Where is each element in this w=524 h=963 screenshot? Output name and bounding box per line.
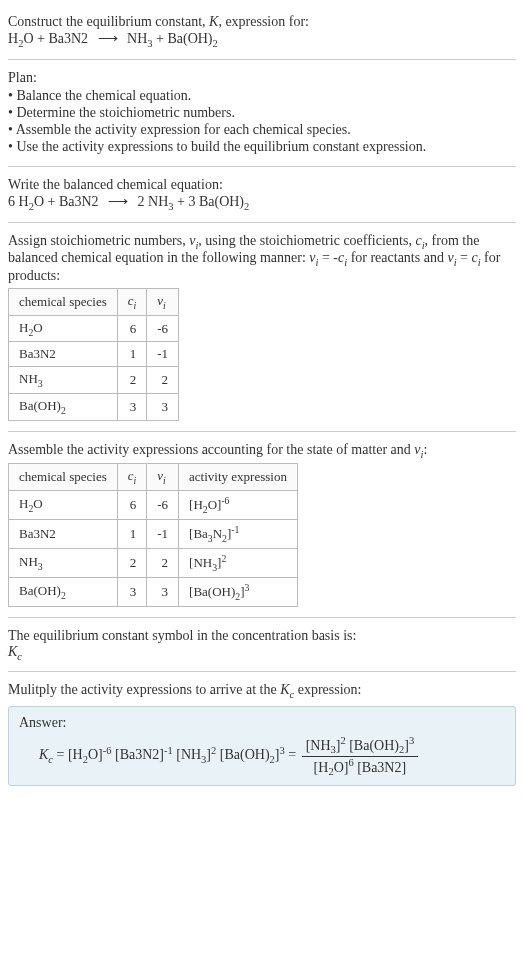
col-activity: activity expression: [179, 464, 298, 491]
cell-vi: -1: [147, 519, 179, 548]
cell-ci: 3: [117, 393, 147, 420]
activity-text: Assemble the activity expressions accoun…: [8, 442, 516, 460]
multiply-text: Mulitply the activity expressions to arr…: [8, 682, 516, 700]
cell-ci: 1: [117, 342, 147, 367]
activity-table: chemical species ci νi activity expressi…: [8, 463, 298, 606]
symbol-section: The equilibrium constant symbol in the c…: [8, 622, 516, 668]
cell-ci: 2: [117, 548, 147, 577]
plan-title: Plan:: [8, 70, 516, 86]
prompt-equation: H2O + Ba3N2 ⟶ NH3 + Ba(OH)2: [8, 30, 516, 49]
plan-item: • Balance the chemical equation.: [8, 88, 516, 104]
table-row: Ba3N2 1 -1: [9, 342, 179, 367]
table-row: H2O 6 -6 [H2O]-6: [9, 490, 298, 519]
assign-section: Assign stoichiometric numbers, νi, using…: [8, 227, 516, 427]
plan-section: Plan: • Balance the chemical equation. •…: [8, 64, 516, 162]
cell-species: Ba3N2: [9, 342, 118, 367]
table-row: Ba(OH)2 3 3: [9, 393, 179, 420]
cell-activity: [Ba(OH)2]3: [179, 577, 298, 606]
cell-species: Ba(OH)2: [9, 393, 118, 420]
balanced-title: Write the balanced chemical equation:: [8, 177, 516, 193]
activity-section: Assemble the activity expressions accoun…: [8, 436, 516, 613]
cell-species: H2O: [9, 490, 118, 519]
divider: [8, 166, 516, 167]
cell-ci: 6: [117, 315, 147, 342]
col-species: chemical species: [9, 464, 118, 491]
cell-vi: 2: [147, 367, 179, 394]
cell-vi: 3: [147, 577, 179, 606]
cell-activity: [H2O]-6: [179, 490, 298, 519]
answer-label: Answer:: [19, 715, 505, 731]
balanced-section: Write the balanced chemical equation: 6 …: [8, 171, 516, 218]
cell-vi: 2: [147, 548, 179, 577]
table-header-row: chemical species ci νi: [9, 289, 179, 316]
divider: [8, 59, 516, 60]
cell-vi: -1: [147, 342, 179, 367]
cell-ci: 1: [117, 519, 147, 548]
col-species: chemical species: [9, 289, 118, 316]
cell-ci: 2: [117, 367, 147, 394]
cell-species: Ba(OH)2: [9, 577, 118, 606]
table-row: NH3 2 2: [9, 367, 179, 394]
table-row: Ba3N2 1 -1 [Ba3N2]-1: [9, 519, 298, 548]
cell-activity: [Ba3N2]-1: [179, 519, 298, 548]
cell-species: Ba3N2: [9, 519, 118, 548]
table-row: NH3 2 2 [NH3]2: [9, 548, 298, 577]
assign-text: Assign stoichiometric numbers, νi, using…: [8, 233, 516, 285]
cell-ci: 6: [117, 490, 147, 519]
cell-activity: [NH3]2: [179, 548, 298, 577]
frac-numerator: [NH3]2 [Ba(OH)2]3: [302, 735, 419, 756]
frac-denominator: [H2O]6 [Ba3N2]: [302, 757, 419, 777]
cell-species: NH3: [9, 548, 118, 577]
answer-box: Answer: Kc = [H2O]-6 [Ba3N2]-1 [NH3]2 [B…: [8, 706, 516, 786]
plan-item: • Assemble the activity expression for e…: [8, 122, 516, 138]
divider: [8, 617, 516, 618]
table-row: Ba(OH)2 3 3 [Ba(OH)2]3: [9, 577, 298, 606]
multiply-section: Mulitply the activity expressions to arr…: [8, 676, 516, 792]
stoich-table: chemical species ci νi H2O 6 -6 Ba3N2 1 …: [8, 288, 179, 420]
col-ci: ci: [117, 289, 147, 316]
cell-species: H2O: [9, 315, 118, 342]
symbol-text: The equilibrium constant symbol in the c…: [8, 628, 516, 644]
col-vi: νi: [147, 464, 179, 491]
table-header-row: chemical species ci νi activity expressi…: [9, 464, 298, 491]
plan-item: • Use the activity expressions to build …: [8, 139, 516, 155]
col-ci: ci: [117, 464, 147, 491]
prompt-section: Construct the equilibrium constant, K, e…: [8, 8, 516, 55]
cell-vi: -6: [147, 490, 179, 519]
divider: [8, 671, 516, 672]
cell-vi: 3: [147, 393, 179, 420]
divider: [8, 431, 516, 432]
cell-species: NH3: [9, 367, 118, 394]
divider: [8, 222, 516, 223]
answer-expression: Kc = [H2O]-6 [Ba3N2]-1 [NH3]2 [Ba(OH)2]3…: [19, 735, 505, 777]
cell-vi: -6: [147, 315, 179, 342]
prompt-line1: Construct the equilibrium constant, K, e…: [8, 14, 516, 30]
cell-ci: 3: [117, 577, 147, 606]
plan-list: • Balance the chemical equation. • Deter…: [8, 88, 516, 155]
balanced-equation: 6 H2O + Ba3N2 ⟶ 2 NH3 + 3 Ba(OH)2: [8, 193, 516, 212]
answer-fraction: [NH3]2 [Ba(OH)2]3 [H2O]6 [Ba3N2]: [302, 735, 419, 777]
plan-item: • Determine the stoichiometric numbers.: [8, 105, 516, 121]
symbol-kc: Kc: [8, 644, 516, 662]
col-vi: νi: [147, 289, 179, 316]
table-row: H2O 6 -6: [9, 315, 179, 342]
